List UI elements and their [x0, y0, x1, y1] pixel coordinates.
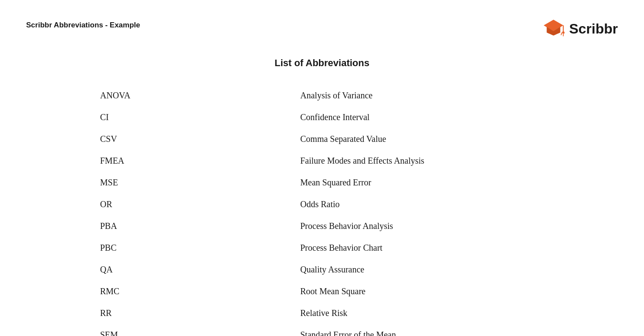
list-item: SEMStandard Error of the Mean [91, 324, 561, 336]
list-item: RRRelative Risk [91, 302, 561, 324]
list-item: OROdds Ratio [91, 193, 561, 215]
main-content: List of Abbreviations ANOVAAnalysis of V… [26, 57, 618, 336]
svg-line-5 [561, 33, 562, 35]
list-item: MSEMean Squared Error [91, 171, 561, 193]
abbreviation-code: CI [91, 106, 300, 128]
abbreviation-code: RR [91, 302, 300, 324]
list-title: List of Abbreviations [275, 57, 369, 69]
list-item: RMCRoot Mean Square [91, 280, 561, 302]
scribbr-logo: Scribbr [542, 17, 618, 40]
list-item: PBAProcess Behavior Analysis [91, 215, 561, 237]
abbreviation-definition: Process Behavior Chart [300, 237, 561, 259]
abbreviation-definition: Mean Squared Error [300, 171, 561, 193]
abbreviation-code: PBA [91, 215, 300, 237]
svg-marker-2 [543, 20, 563, 31]
list-item: QAQuality Assurance [91, 259, 561, 280]
abbreviation-definition: Relative Risk [300, 302, 561, 324]
abbreviation-definition: Confidence Interval [300, 106, 561, 128]
list-item: ANOVAAnalysis of Variance [91, 84, 561, 106]
abbreviation-code: QA [91, 259, 300, 280]
svg-point-4 [562, 31, 564, 34]
abbreviation-definition: Analysis of Variance [300, 84, 561, 106]
list-item: FMEAFailure Modes and Effects Analysis [91, 150, 561, 171]
abbreviation-code: PBC [91, 237, 300, 259]
page-container: Scribbr Abbreviations - Example [0, 0, 644, 336]
abbreviation-definition: Failure Modes and Effects Analysis [300, 150, 561, 171]
scribbr-logo-icon [542, 17, 565, 40]
abbreviation-definition: Comma Separated Value [300, 128, 561, 150]
abbreviation-code: SEM [91, 324, 300, 336]
list-item: CIConfidence Interval [91, 106, 561, 128]
abbreviation-definition: Standard Error of the Mean [300, 324, 561, 336]
list-item: PBCProcess Behavior Chart [91, 237, 561, 259]
abbreviation-code: OR [91, 193, 300, 215]
abbreviation-code: CSV [91, 128, 300, 150]
page-title: Scribbr Abbreviations - Example [26, 21, 140, 30]
abbreviation-definition: Quality Assurance [300, 259, 561, 280]
abbreviation-code: ANOVA [91, 84, 300, 106]
abbreviations-list: ANOVAAnalysis of VarianceCIConfidence In… [83, 84, 561, 336]
abbreviation-definition: Odds Ratio [300, 193, 561, 215]
abbreviation-definition: Root Mean Square [300, 280, 561, 302]
list-item: CSVComma Separated Value [91, 128, 561, 150]
abbreviation-code: FMEA [91, 150, 300, 171]
abbreviation-definition: Process Behavior Analysis [300, 215, 561, 237]
abbreviation-code: MSE [91, 171, 300, 193]
scribbr-wordmark: Scribbr [569, 21, 618, 37]
header: Scribbr Abbreviations - Example [26, 17, 618, 40]
abbreviation-code: RMC [91, 280, 300, 302]
